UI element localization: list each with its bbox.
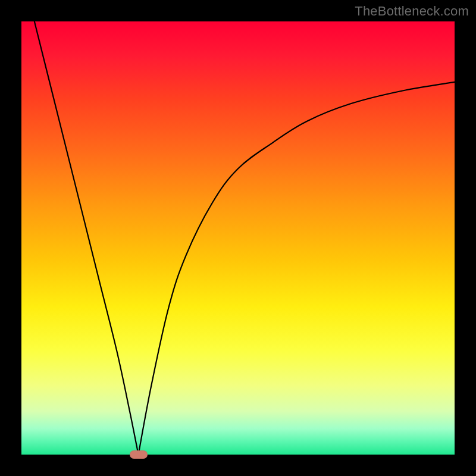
curve-right-branch [139,82,455,455]
curve-left-branch [35,21,139,455]
watermark-text: TheBottleneck.com [355,4,469,19]
minimum-marker [130,450,148,459]
plot-area [21,21,455,455]
bottleneck-curve [21,21,455,455]
chart-frame: TheBottleneck.com [0,0,476,476]
